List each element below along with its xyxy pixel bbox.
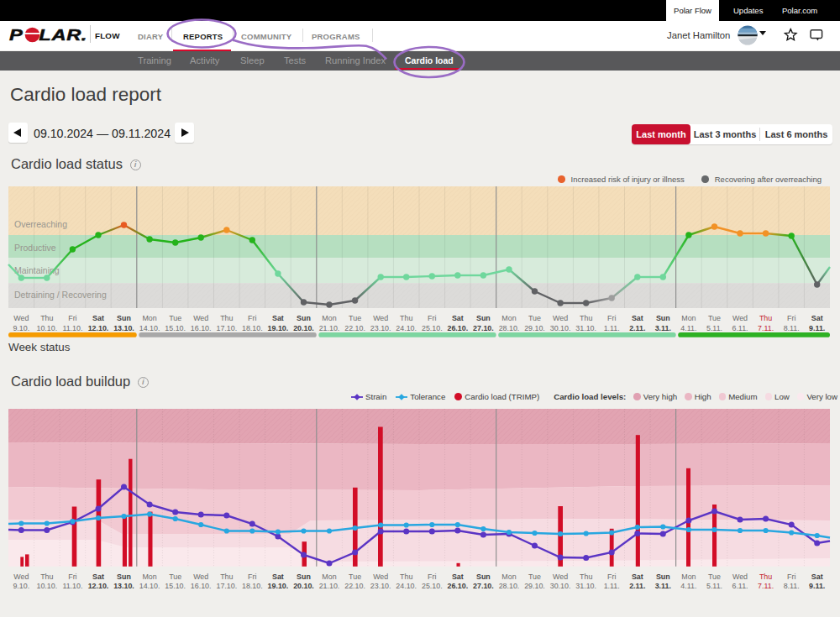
svg-text:Fri: Fri	[787, 573, 795, 581]
svg-text:Sun: Sun	[656, 573, 670, 581]
svg-text:9.10.: 9.10.	[13, 582, 29, 590]
svg-text:Fri: Fri	[607, 314, 616, 322]
svg-text:19.10.: 19.10.	[268, 324, 289, 332]
svg-text:Sat: Sat	[811, 573, 823, 581]
svg-text:Tue: Tue	[349, 573, 361, 581]
svg-text:Mon: Mon	[142, 573, 156, 581]
svg-text:4.11.: 4.11.	[680, 324, 696, 332]
svg-text:Fri: Fri	[248, 573, 256, 581]
svg-text:5.11.: 5.11.	[706, 324, 722, 332]
svg-text:Fri: Fri	[428, 314, 436, 322]
svg-text:Sat: Sat	[272, 314, 284, 322]
svg-text:Mon: Mon	[322, 573, 336, 581]
svg-text:9.10.: 9.10.	[13, 324, 29, 332]
svg-text:21.10.: 21.10.	[319, 582, 340, 590]
svg-text:8.11.: 8.11.	[784, 324, 800, 332]
svg-text:Wed: Wed	[373, 573, 388, 581]
svg-text:27.10.: 27.10.	[473, 324, 494, 332]
svg-text:Fri: Fri	[607, 573, 616, 581]
svg-text:19.10.: 19.10.	[268, 582, 289, 590]
svg-text:Thu: Thu	[580, 573, 592, 581]
svg-text:30.10.: 30.10.	[550, 324, 571, 332]
svg-text:Tue: Tue	[708, 314, 721, 322]
svg-text:28.10.: 28.10.	[499, 324, 520, 332]
svg-text:26.10.: 26.10.	[447, 324, 468, 332]
svg-text:7.11.: 7.11.	[758, 582, 774, 590]
svg-text:Wed: Wed	[553, 314, 568, 322]
svg-text:Sat: Sat	[452, 314, 464, 322]
svg-text:25.10.: 25.10.	[422, 324, 443, 332]
svg-text:1.11.: 1.11.	[604, 324, 620, 332]
svg-text:3.11.: 3.11.	[655, 582, 671, 590]
svg-text:Fri: Fri	[68, 314, 76, 322]
svg-text:Wed: Wed	[13, 573, 29, 581]
svg-text:Sun: Sun	[297, 314, 311, 322]
svg-text:17.10.: 17.10.	[216, 582, 237, 590]
svg-text:LAR.: LAR.	[39, 26, 87, 44]
svg-text:Thu: Thu	[759, 314, 772, 322]
svg-text:Fri: Fri	[428, 573, 436, 581]
svg-text:20.10.: 20.10.	[293, 582, 314, 590]
svg-text:28.10.: 28.10.	[499, 582, 520, 590]
svg-text:25.10.: 25.10.	[422, 582, 443, 590]
svg-text:6.11.: 6.11.	[732, 582, 748, 590]
svg-text:22.10.: 22.10.	[344, 582, 365, 590]
svg-text:Thu: Thu	[759, 573, 772, 581]
svg-text:Mon: Mon	[501, 314, 516, 322]
svg-text:Productive: Productive	[14, 243, 56, 253]
svg-text:18.10.: 18.10.	[242, 582, 263, 590]
svg-text:Thu: Thu	[580, 314, 592, 322]
svg-text:Mon: Mon	[681, 314, 696, 322]
svg-text:9.11.: 9.11.	[809, 582, 825, 590]
svg-text:26.10.: 26.10.	[447, 582, 468, 590]
svg-text:Sat: Sat	[92, 573, 104, 581]
svg-text:Sat: Sat	[632, 314, 643, 322]
svg-text:24.10.: 24.10.	[396, 324, 417, 332]
svg-text:5.11.: 5.11.	[706, 582, 722, 590]
svg-text:Tue: Tue	[169, 314, 181, 322]
svg-text:Tue: Tue	[528, 314, 541, 322]
svg-text:2.11.: 2.11.	[629, 324, 645, 332]
svg-text:14.10.: 14.10.	[139, 582, 160, 590]
svg-text:13.10.: 13.10.	[113, 324, 134, 332]
svg-text:18.10.: 18.10.	[242, 324, 263, 332]
svg-text:Sun: Sun	[297, 573, 311, 581]
svg-text:Wed: Wed	[553, 573, 568, 581]
svg-text:7.11.: 7.11.	[758, 324, 774, 332]
svg-text:Mon: Mon	[681, 573, 696, 581]
svg-text:31.10.: 31.10.	[575, 582, 596, 590]
svg-text:24.10.: 24.10.	[396, 582, 417, 590]
svg-text:Sun: Sun	[476, 573, 491, 581]
svg-text:Sun: Sun	[656, 314, 670, 322]
svg-text:Thu: Thu	[40, 314, 53, 322]
svg-text:Thu: Thu	[400, 573, 412, 581]
svg-text:12.10.: 12.10.	[88, 582, 109, 590]
svg-text:15.10.: 15.10.	[165, 582, 186, 590]
svg-text:2.11.: 2.11.	[629, 582, 645, 590]
svg-text:Wed: Wed	[732, 573, 748, 581]
svg-text:Wed: Wed	[13, 314, 29, 322]
svg-text:Sun: Sun	[117, 573, 131, 581]
svg-text:Wed: Wed	[193, 314, 208, 322]
svg-text:8.11.: 8.11.	[784, 582, 800, 590]
svg-text:23.10.: 23.10.	[370, 582, 391, 590]
svg-text:Thu: Thu	[400, 314, 412, 322]
svg-text:Week status: Week status	[8, 341, 71, 353]
svg-text:9.11.: 9.11.	[809, 324, 825, 332]
svg-text:Sat: Sat	[632, 573, 643, 581]
svg-text:14.10.: 14.10.	[139, 324, 160, 332]
svg-text:12.10.: 12.10.	[88, 324, 109, 332]
svg-text:1.11.: 1.11.	[604, 582, 620, 590]
svg-text:29.10.: 29.10.	[524, 582, 545, 590]
svg-text:10.10.: 10.10.	[36, 582, 57, 590]
svg-text:3.11.: 3.11.	[655, 324, 671, 332]
svg-text:Detraining / Recovering: Detraining / Recovering	[14, 290, 107, 300]
svg-text:Tue: Tue	[708, 573, 721, 581]
svg-text:16.10.: 16.10.	[191, 324, 212, 332]
svg-text:27.10.: 27.10.	[473, 582, 494, 590]
svg-text:Thu: Thu	[220, 573, 233, 581]
svg-text:11.10.: 11.10.	[62, 582, 82, 590]
svg-text:15.10.: 15.10.	[165, 324, 186, 332]
svg-text:Mon: Mon	[142, 314, 156, 322]
svg-text:4.11.: 4.11.	[680, 582, 696, 590]
